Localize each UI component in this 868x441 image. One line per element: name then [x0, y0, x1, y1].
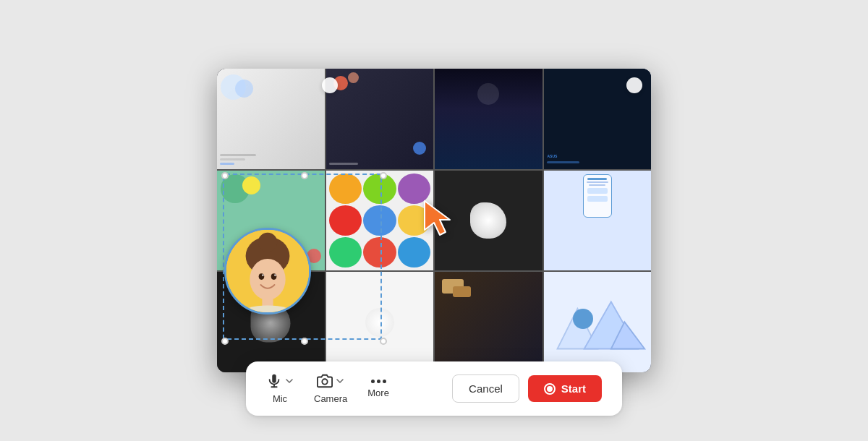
svg-rect-14	[272, 374, 276, 383]
toolbar: Mic Camera	[246, 361, 622, 416]
camera-feed	[224, 228, 311, 314]
svg-point-6	[250, 259, 285, 300]
cursor-arrow	[421, 197, 464, 244]
camera-chevron-icon[interactable]	[336, 377, 344, 385]
screen-container: ASUS	[36, 18, 832, 423]
handle-top-mid[interactable]	[301, 172, 308, 179]
handle-bottom-left[interactable]	[221, 338, 229, 345]
svg-point-11	[262, 274, 264, 276]
grid-cell-2	[326, 69, 434, 169]
avatar-top-right	[626, 77, 642, 93]
handle-bottom-mid[interactable]	[301, 338, 308, 345]
grid-cell-3	[435, 69, 542, 169]
handle-bottom-right[interactable]	[380, 338, 387, 345]
mic-control[interactable]: Mic	[266, 373, 294, 404]
more-control[interactable]: More	[367, 380, 389, 398]
grid-cell-8	[544, 171, 652, 271]
start-button[interactable]: Start	[528, 375, 602, 402]
screen-preview: ASUS	[217, 69, 651, 372]
start-label: Start	[561, 382, 586, 395]
more-label: More	[367, 388, 389, 398]
svg-marker-13	[425, 201, 450, 235]
cancel-button[interactable]: Cancel	[452, 374, 519, 403]
svg-point-17	[322, 379, 327, 384]
toolbar-right: Cancel Start	[452, 374, 602, 403]
grid-cell-11	[435, 272, 542, 372]
blue-handle-bottom[interactable]	[573, 309, 593, 329]
handle-top-right[interactable]	[380, 172, 387, 179]
mic-icon	[266, 373, 282, 389]
mic-label: Mic	[273, 393, 287, 404]
camera-control[interactable]: Camera	[314, 373, 347, 404]
svg-point-12	[274, 274, 276, 276]
more-icon	[371, 380, 386, 383]
grid-cell-12	[544, 272, 652, 372]
avatar-top-left	[322, 77, 338, 93]
toolbar-left: Mic Camera	[266, 373, 432, 404]
handle-top-left[interactable]	[221, 172, 229, 179]
camera-icon	[317, 373, 333, 389]
grid-cell-1	[217, 69, 325, 169]
svg-point-5	[258, 233, 278, 252]
mic-chevron-icon[interactable]	[285, 377, 294, 385]
camera-label: Camera	[314, 393, 347, 404]
record-dot-icon	[544, 383, 556, 395]
